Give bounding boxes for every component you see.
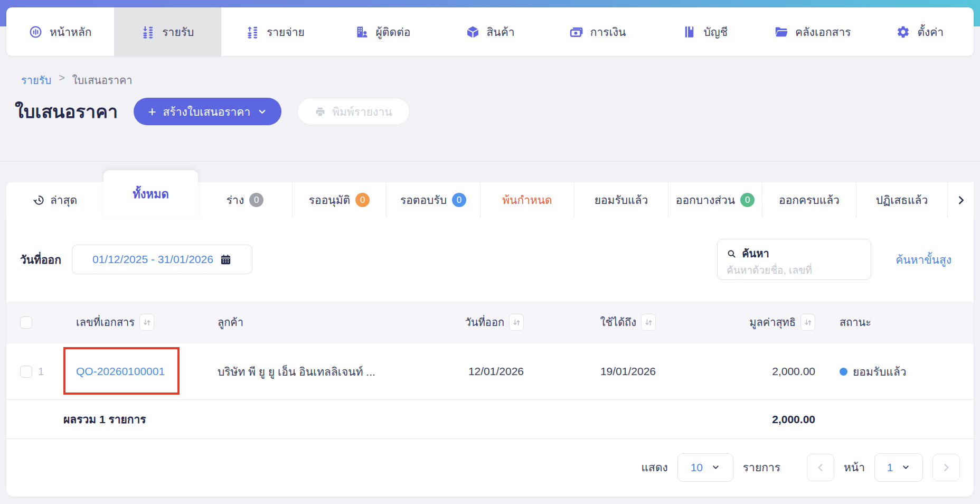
nav-item-label: บัญชี — [703, 23, 727, 41]
summary-total: 2,000.00 — [662, 413, 815, 426]
history-icon — [33, 194, 45, 206]
gear-icon — [896, 25, 910, 39]
date-range-value: 01/12/2025 - 31/01/2026 — [92, 253, 213, 266]
tab-all[interactable]: ทั้งหมด — [103, 170, 198, 218]
tab-label: ออกครบแล้ว — [779, 191, 840, 209]
show-label: แสดง — [642, 459, 668, 476]
row-checkbox[interactable] — [20, 366, 32, 378]
nav-item-label: การเงิน — [590, 23, 626, 41]
products-icon — [466, 25, 480, 39]
tab-rejected[interactable]: ปฏิเสธแล้ว — [856, 182, 947, 218]
nav-item-label: หน้าหลัก — [50, 23, 91, 41]
nav-item-settings[interactable]: ตั้งค่า — [866, 7, 974, 56]
sort-net-value-icon[interactable] — [800, 314, 815, 331]
customer-column-header: ลูกค้า — [218, 314, 403, 331]
tab-pending-approval[interactable]: รออนุมัติ 0 — [292, 182, 386, 218]
search-placeholder: ค้นหาด้วยชื่อ, เลขที่ — [727, 262, 862, 278]
row-index: 1 — [38, 366, 59, 378]
pagination-bar: แสดง 10 รายการ หน้า 1 — [6, 439, 974, 496]
nav-item-label: รายจ่าย — [267, 23, 305, 41]
folder-icon — [774, 25, 788, 39]
draft-count-badge: 0 — [249, 193, 263, 207]
nav-item-documents[interactable]: คลังเอกสาร — [759, 7, 866, 56]
contacts-icon — [355, 25, 369, 39]
status-cell: ยอมรับแล้ว — [815, 363, 974, 380]
tab-label: ออกบางส่วน — [676, 191, 735, 209]
tab-awaiting-response[interactable]: รอตอบรับ 0 — [386, 182, 480, 218]
nav-item-label: รายรับ — [162, 23, 194, 41]
nav-item-home[interactable]: หน้าหลัก — [6, 7, 114, 56]
tab-latest[interactable]: ล่าสุด — [6, 182, 103, 218]
next-page-button[interactable] — [932, 454, 960, 481]
chevron-left-icon — [815, 462, 826, 473]
sort-doc-no-icon[interactable] — [139, 314, 154, 331]
nav-item-income[interactable]: รายรับ — [114, 7, 222, 56]
per-page-value: 10 — [691, 461, 703, 474]
chevron-down-icon — [711, 463, 720, 472]
sort-issue-date-icon[interactable] — [509, 314, 524, 331]
income-icon — [141, 25, 155, 39]
tab-label: ยอมรับแล้ว — [595, 191, 648, 209]
nav-item-products[interactable]: สินค้า — [436, 7, 544, 56]
expense-icon — [246, 25, 260, 39]
summary-row: ผลรวม 1 รายการ 2,000.00 — [6, 400, 974, 439]
select-all-checkbox[interactable] — [20, 316, 32, 329]
chevron-right-icon — [955, 194, 967, 206]
valid-until-cell: 19/01/2026 — [530, 365, 662, 378]
calendar-icon — [220, 254, 232, 266]
status-tabs: ล่าสุด ทั้งหมด ร่าง 0 รออนุมัติ 0 รอตอบร… — [6, 170, 974, 218]
pending-approval-count-badge: 0 — [355, 193, 370, 207]
tab-accepted[interactable]: ยอมรับแล้ว — [574, 182, 668, 218]
nav-item-expenses[interactable]: รายจ่าย — [221, 7, 329, 56]
tabs-scroll-right-button[interactable] — [947, 182, 974, 218]
nav-item-accounting[interactable]: บัญชี — [651, 7, 759, 56]
nav-item-contacts[interactable]: ผู้ติดต่อ — [329, 7, 437, 56]
chevron-right-icon — [941, 462, 951, 473]
page-header: ใบเสนอราคา + สร้างใบเสนอราคา พิมพ์รายงาน — [15, 97, 410, 126]
tab-label: ทั้งหมด — [133, 185, 169, 203]
print-report-button[interactable]: พิมพ์รายงาน — [297, 98, 409, 125]
previous-page-button[interactable] — [807, 454, 834, 481]
page-select[interactable]: 1 — [874, 453, 923, 482]
doc-no-column-header: เลขที่เอกสาร — [76, 314, 135, 331]
quotation-list-card: วันที่ออก 01/12/2025 - 31/01/2026 ค้นหา … — [6, 218, 974, 497]
printer-icon — [315, 106, 326, 117]
filter-row: วันที่ออก 01/12/2025 - 31/01/2026 ค้นหา … — [6, 218, 974, 301]
document-number-link[interactable]: QO-20260100001 — [76, 365, 165, 377]
create-quotation-label: สร้างใบเสนอราคา — [163, 103, 251, 120]
date-range-input[interactable]: 01/12/2025 - 31/01/2026 — [72, 245, 252, 274]
tab-label: รออนุมัติ — [309, 191, 350, 209]
tab-overdue[interactable]: พ้นกำหนด — [480, 182, 574, 218]
search-label: ค้นหา — [742, 245, 769, 262]
tab-label: ล่าสุด — [50, 191, 77, 209]
valid-until-column-header: ใช้ได้ถึง — [600, 314, 636, 331]
nav-item-label: ผู้ติดต่อ — [376, 23, 411, 41]
status-column-header: สถานะ — [815, 314, 974, 331]
nav-item-finance[interactable]: การเงิน — [544, 7, 652, 56]
breadcrumb-current: ใบเสนอราคา — [72, 72, 133, 89]
tab-label: ปฏิเสธแล้ว — [876, 191, 928, 209]
nav-item-label: สินค้า — [487, 23, 515, 41]
table-row[interactable]: 1 QO-20260100001 บริษัท พี ยู ยู เอ็น อิ… — [6, 343, 974, 400]
sort-valid-until-icon[interactable] — [641, 314, 656, 331]
table-header-row: เลขที่เอกสาร ลูกค้า วันที่ออก ใช้ได้ถึง … — [6, 301, 974, 343]
issue-date-column-header: วันที่ออก — [465, 314, 504, 331]
print-report-label: พิมพ์รายงาน — [332, 103, 392, 120]
tab-fully-issued[interactable]: ออกครบแล้ว — [762, 182, 856, 218]
status-label: ยอมรับแล้ว — [853, 363, 907, 380]
per-page-select[interactable]: 10 — [677, 453, 733, 482]
breadcrumb-income-link[interactable]: รายรับ — [21, 72, 51, 89]
tab-partially-issued[interactable]: ออกบางส่วน 0 — [668, 182, 762, 218]
status-accepted-dot-icon — [840, 368, 847, 376]
tab-draft[interactable]: ร่าง 0 — [198, 182, 292, 218]
issue-date-cell: 12/01/2026 — [403, 365, 530, 378]
awaiting-response-count-badge: 0 — [452, 193, 466, 207]
advanced-search-link[interactable]: ค้นหาขั้นสูง — [896, 251, 951, 268]
create-quotation-button[interactable]: + สร้างใบเสนอราคา — [134, 98, 281, 125]
net-value-column-header: มูลค่าสุทธิ — [749, 314, 796, 331]
search-input[interactable]: ค้นหา ค้นหาด้วยชื่อ, เลขที่ — [717, 239, 871, 280]
items-label: รายการ — [743, 459, 780, 476]
nav-item-label: ตั้งค่า — [917, 23, 944, 41]
search-icon — [727, 249, 737, 259]
partially-issued-count-badge: 0 — [740, 193, 755, 207]
